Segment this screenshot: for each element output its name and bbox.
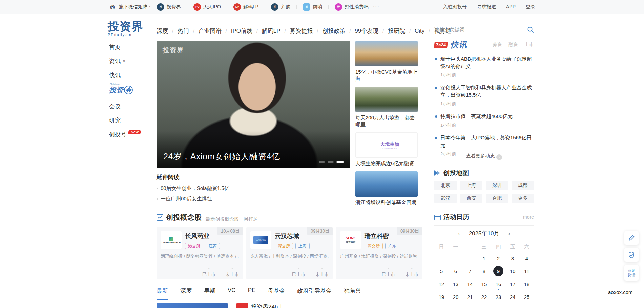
calendar-day[interactable]: 4 [520, 252, 534, 265]
touzihui-logo[interactable]: PEdaily.cn 投资 会 [109, 85, 133, 95]
calendar-day[interactable]: 31 [505, 303, 520, 308]
flash-news-item[interactable]: 特斯拉市值一夜蒸发超4600亿元 1小时前 [434, 113, 534, 128]
carousel-dot-active[interactable] [336, 161, 344, 163]
nav-item-city[interactable]: City [415, 28, 424, 35]
write-post-button[interactable] [624, 231, 639, 245]
sidebar-item-research[interactable]: 研究 [109, 116, 121, 124]
tab-vc[interactable]: VC [228, 287, 236, 300]
tab-latest[interactable]: 最新 [157, 287, 168, 300]
topbar-channel-touzijie[interactable]: 投投资界 [157, 3, 181, 11]
calendar-day[interactable]: 10 [505, 265, 520, 278]
calendar-day[interactable]: 29 [477, 303, 491, 308]
calendar-day[interactable]: 24 [505, 290, 520, 303]
filter-financing[interactable]: 融资 [508, 42, 518, 48]
calendar-day[interactable]: 28 [463, 303, 477, 308]
calendar-day[interactable]: 25 [520, 290, 534, 303]
city-button-chengdu[interactable]: 成都 [512, 181, 534, 190]
sidebar-item-flash[interactable]: 快讯 [109, 71, 121, 79]
calendar-day[interactable]: 13 [449, 278, 463, 290]
tab-gov-fund[interactable]: 政府引导基金 [297, 287, 332, 300]
sidebar-item-vc-account[interactable]: 创投号New [109, 131, 141, 138]
nav-item-hot[interactable]: 热门 [178, 27, 189, 35]
site-logo[interactable]: 投资界 PEdaily.cn [108, 20, 145, 37]
calendar-day-selected[interactable]: 9 [491, 265, 505, 278]
search-input[interactable] [434, 27, 527, 32]
city-button-hefei[interactable]: 合肥 [486, 194, 508, 203]
topbar-channel-jiemalp[interactable]: LP解码LP [233, 3, 258, 11]
flash-news-item[interactable]: 深创投人工智能和具身机器人产业基金成立，出资额15.5亿 1小时前 [434, 84, 534, 107]
calendar-day[interactable]: 2 [491, 252, 505, 265]
side-article[interactable]: 天境生物 TJ BIOPHARMA 天境生物完成近6亿元融资 [355, 132, 418, 167]
search-icon[interactable] [527, 26, 534, 33]
topbar-channel-ttipo[interactable]: IPO天天IPO [193, 3, 221, 11]
calendar-more-link[interactable]: more [523, 214, 534, 220]
calendar-day-with-event[interactable]: 16 [491, 278, 505, 290]
calendar-day[interactable]: 6 [449, 265, 463, 278]
nav-item-fundraising[interactable]: 募资捷报 [290, 27, 313, 35]
calendar-day[interactable]: 8 [477, 265, 491, 278]
feed-item-partial[interactable]: 投资界24h｜ [157, 303, 284, 308]
calendar-day[interactable]: 21 [463, 290, 477, 303]
flash-news-item[interactable]: 瑞士巨头ABB把机器人业务卖给了沉迷超级AI的孙正义 1小时前 [434, 55, 534, 78]
calendar-day[interactable]: 12 [434, 278, 449, 290]
calendar-day[interactable]: 26 [434, 303, 449, 308]
feedback-button[interactable]: 意见反馈 [624, 265, 639, 281]
app-link[interactable]: APP [506, 4, 516, 10]
calendar-day[interactable]: 15 [477, 278, 491, 290]
side-article[interactable]: 每天200万人出境游，都去哪里 [355, 87, 418, 128]
filter-fundraising[interactable]: 募资 [493, 42, 502, 48]
stock-card-yunhan[interactable]: 09月30日 云汉芯城 云汉芯城 深交所 上海 东方富海 / 丰利资本 / 深创… [246, 227, 333, 279]
calendar-day[interactable]: 3 [505, 252, 520, 265]
topbar-channel-binggou[interactable]: 并并购 [271, 3, 290, 11]
calendar-day[interactable]: 23 [491, 290, 505, 303]
hero-carousel[interactable]: 投资界 24岁，Axiom女创始人融资4亿 [157, 41, 350, 168]
topbar-more-button[interactable]: ··· [373, 4, 380, 10]
nav-item-ipo-front[interactable]: IPO前线 [231, 27, 252, 35]
calendar-day[interactable]: 7 [463, 265, 477, 278]
next-month-button[interactable]: › [508, 230, 510, 237]
carousel-dot[interactable] [319, 161, 325, 163]
tab-unicorn[interactable]: 独角兽 [344, 287, 361, 300]
side-article[interactable]: 浙江将增设科创母基金四期 [355, 171, 418, 206]
calendar-day[interactable]: 11 [520, 265, 534, 278]
city-button-more[interactable]: 更多 [512, 194, 534, 203]
city-button-beijing[interactable]: 北京 [434, 181, 457, 190]
security-report-button[interactable] [624, 248, 639, 262]
extended-reading-link[interactable]: 00后女生创业，Sola融资1.5亿 [157, 185, 346, 192]
calendar-day[interactable]: 5 [434, 265, 449, 278]
stock-card-changfeng[interactable]: 10月08日 CF PHARMTECH 长风药业 港交所 江苏 朗玛峰创投 / … [157, 227, 243, 279]
topbar-channel-qianshao[interactable]: 前前哨 [303, 3, 322, 11]
calendar-day[interactable]: 18 [520, 278, 534, 290]
sidebar-item-news[interactable]: 资讯∨ [109, 57, 125, 65]
city-button-wuhan[interactable]: 武汉 [434, 194, 457, 203]
login-link[interactable]: 登录 [526, 4, 535, 10]
tab-pe[interactable]: PE [248, 287, 256, 300]
stock-card-ruili[interactable]: 09月30日 SORL瑞立科密 瑞立科密 深交所 广东 广州基金 / 海汇投资 … [336, 227, 422, 279]
calendar-day[interactable]: 17 [505, 278, 520, 290]
city-button-shanghai[interactable]: 上海 [460, 181, 482, 190]
side-article[interactable]: 15亿，中微CVC基金落地上海 [355, 41, 418, 82]
view-more-updates-link[interactable]: 查看更多动态› [434, 153, 534, 160]
tab-fof[interactable]: 母基金 [268, 287, 285, 300]
join-vc-account-link[interactable]: 入驻创投号 [443, 4, 467, 10]
tab-early-stage[interactable]: 早期 [204, 287, 215, 300]
prev-month-button[interactable]: ‹ [458, 230, 460, 237]
calendar-day[interactable]: 22 [477, 290, 491, 303]
carousel-dot[interactable] [328, 161, 334, 163]
nav-item-vc-policy[interactable]: 创投政策 [322, 27, 345, 35]
seek-coverage-link[interactable]: 寻求报道 [477, 4, 496, 10]
tab-depth[interactable]: 深度 [180, 287, 192, 300]
nav-item-research-institute[interactable]: 投研院 [388, 27, 405, 35]
topbar-channel-yexiao[interactable]: 野野性消费吧 [335, 3, 368, 11]
filter-ipo[interactable]: 上市 [524, 42, 534, 48]
nav-item-99-discovery[interactable]: 99个发现 [355, 27, 378, 35]
extended-reading-link[interactable]: 一位广州00后女生爆红 [157, 196, 346, 202]
calendar-day[interactable]: 19 [434, 290, 449, 303]
sidebar-item-home[interactable]: 首页 [109, 43, 121, 51]
city-button-xian[interactable]: 西安 [460, 194, 482, 203]
sidebar-item-meeting[interactable]: 会议 [109, 103, 121, 110]
calendar-day[interactable]: 27 [449, 303, 463, 308]
city-button-shenzhen[interactable]: 深圳 [486, 181, 508, 190]
calendar-day[interactable]: 30 [491, 303, 505, 308]
calendar-day[interactable]: 20 [449, 290, 463, 303]
